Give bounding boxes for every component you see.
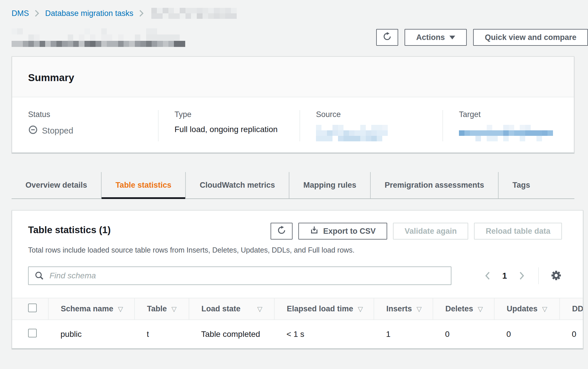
- column-header-elapsed-load-time[interactable]: Elapsed load time▽: [274, 298, 374, 320]
- table-statistics-panel: Table statistics (1): [12, 210, 583, 349]
- cell-updates: 0: [494, 320, 560, 348]
- refresh-icon: [277, 226, 286, 237]
- column-header-load-state[interactable]: Load state▽: [189, 298, 274, 320]
- sort-icon[interactable]: ▽: [478, 305, 483, 313]
- export-to-csv-label: Export to CSV: [323, 227, 376, 236]
- validate-again-button[interactable]: Validate again: [393, 223, 468, 240]
- actions-button-label: Actions: [416, 33, 445, 42]
- gear-icon: [550, 270, 562, 282]
- cell-table: t: [135, 320, 189, 348]
- breadcrumb-tasks-link[interactable]: Database migration tasks: [45, 9, 133, 18]
- summary-title: Summary: [28, 72, 558, 83]
- table-preferences-button[interactable]: [550, 270, 562, 282]
- column-label: Schema name: [61, 304, 113, 313]
- quick-view-and-compare-button[interactable]: Quick view and compare: [473, 29, 588, 46]
- previous-page-button[interactable]: [483, 270, 493, 282]
- table-statistics-table: Schema name▽ Table▽ Load state▽ Elapsed …: [12, 298, 583, 348]
- cell-ddls: 0: [560, 320, 583, 348]
- column-label: Elapsed load time: [287, 304, 353, 313]
- column-header-ddls[interactable]: DDLs▽: [560, 298, 583, 320]
- column-label: Load state: [201, 304, 240, 313]
- breadcrumb: DMS Database migration tasks: [12, 8, 588, 19]
- tab-table-statistics[interactable]: Table statistics: [101, 172, 185, 198]
- tab-tags[interactable]: Tags: [498, 172, 544, 198]
- summary-header: Summary: [12, 57, 574, 97]
- cell-inserts: 1: [374, 320, 433, 348]
- sort-icon[interactable]: ▽: [542, 305, 547, 313]
- summary-field-source: Source: [299, 110, 442, 141]
- column-label: Deletes: [445, 304, 473, 313]
- refresh-button[interactable]: [376, 29, 398, 46]
- cell-elapsed-load-time: < 1 s: [274, 320, 374, 348]
- column-header-inserts[interactable]: Inserts▽: [374, 298, 433, 320]
- tab-overview-details[interactable]: Overview details: [12, 172, 101, 198]
- actions-button[interactable]: Actions: [405, 29, 467, 46]
- source-endpoint-redacted[interactable]: [316, 125, 388, 141]
- target-label: Target: [459, 110, 565, 119]
- sort-icon[interactable]: ▽: [417, 305, 422, 313]
- download-icon: [310, 226, 319, 237]
- tab-premigration-assessments[interactable]: Premigration assessments: [370, 172, 498, 198]
- table-header-row: Schema name▽ Table▽ Load state▽ Elapsed …: [12, 298, 583, 320]
- pagination: 1: [483, 267, 562, 284]
- export-to-csv-button[interactable]: Export to CSV: [298, 223, 387, 240]
- task-name-redacted: [12, 28, 185, 47]
- toolbar-divider: [538, 267, 539, 284]
- summary-field-target: Target: [442, 110, 574, 141]
- summary-field-type: Type Full load, ongoing replication: [158, 110, 299, 141]
- quick-view-label: Quick view and compare: [485, 33, 576, 42]
- sort-icon[interactable]: ▽: [118, 305, 123, 313]
- column-label: Table: [147, 304, 167, 313]
- column-header-deletes[interactable]: Deletes▽: [433, 298, 494, 320]
- breadcrumb-task-name-redacted: [151, 8, 237, 19]
- column-header-schema-name[interactable]: Schema name▽: [48, 298, 135, 320]
- status-stopped-icon: [28, 125, 38, 137]
- sort-icon[interactable]: ▽: [358, 305, 363, 313]
- status-text: Stopped: [42, 126, 73, 136]
- cell-schema-name: public: [48, 320, 135, 348]
- column-label: Updates: [507, 304, 538, 313]
- column-header-table[interactable]: Table▽: [135, 298, 189, 320]
- table-statistics-table-container: Schema name▽ Table▽ Load state▽ Elapsed …: [12, 298, 583, 348]
- target-endpoint-redacted[interactable]: [459, 125, 553, 141]
- tab-cloudwatch-metrics[interactable]: CloudWatch metrics: [185, 172, 289, 198]
- table-refresh-button[interactable]: [271, 223, 293, 240]
- tab-mapping-rules[interactable]: Mapping rules: [289, 172, 370, 198]
- sort-icon[interactable]: ▽: [172, 305, 177, 313]
- row-checkbox[interactable]: [28, 329, 37, 337]
- page-header: Actions Quick view and compare: [12, 28, 588, 48]
- select-all-checkbox[interactable]: [28, 304, 37, 312]
- chevron-right-icon: [139, 9, 144, 17]
- status-label: Status: [28, 110, 149, 119]
- schema-search: [28, 266, 451, 285]
- summary-panel: Summary Status Stopped Type Full load,: [12, 56, 574, 153]
- table-statistics-title: Table statistics (1): [28, 223, 111, 235]
- column-header-updates[interactable]: Updates▽: [494, 298, 560, 320]
- reload-table-data-button[interactable]: Reload table data: [474, 223, 562, 240]
- table-statistics-description: Total rows include loaded source table r…: [12, 240, 583, 254]
- sort-icon[interactable]: ▽: [257, 305, 262, 313]
- current-page-number[interactable]: 1: [502, 271, 507, 281]
- column-label: DDLs: [572, 304, 583, 313]
- breadcrumb-dms-link[interactable]: DMS: [12, 9, 29, 18]
- cell-load-state: Table completed: [189, 320, 274, 348]
- type-label: Type: [174, 110, 291, 119]
- status-value: Stopped: [28, 125, 149, 137]
- search-icon: [34, 271, 44, 282]
- next-page-button[interactable]: [517, 270, 527, 282]
- caret-down-icon: [449, 36, 455, 39]
- cell-deletes: 0: [433, 320, 494, 348]
- dms-task-page: DMS Database migration tasks Actions: [0, 0, 588, 349]
- task-detail-tabs: Overview details Table statistics CloudW…: [12, 172, 574, 199]
- find-schema-input[interactable]: [28, 266, 451, 285]
- summary-field-status: Status Stopped: [12, 110, 158, 141]
- refresh-icon: [383, 32, 392, 43]
- chevron-right-icon: [35, 9, 39, 17]
- table-row: public t Table completed < 1 s 1 0 0 0: [12, 320, 583, 348]
- validate-again-label: Validate again: [405, 227, 457, 236]
- type-value: Full load, ongoing replication: [174, 125, 291, 134]
- reload-table-data-label: Reload table data: [486, 227, 550, 236]
- source-label: Source: [316, 110, 434, 119]
- column-label: Inserts: [386, 304, 412, 313]
